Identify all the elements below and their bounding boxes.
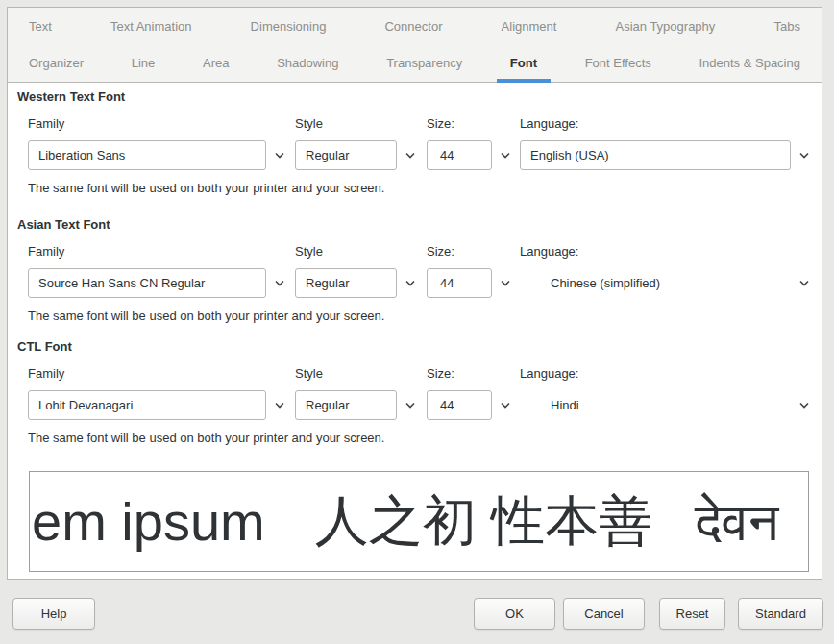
ctl-family-input[interactable] xyxy=(28,390,266,420)
preview-ctl-text: देवन xyxy=(695,490,778,554)
tab-line[interactable]: Line xyxy=(132,56,156,70)
asian-language-select[interactable]: Chinese (simplified) xyxy=(520,268,810,298)
size-label: Size: xyxy=(427,244,523,259)
tab-font-effects[interactable]: Font Effects xyxy=(585,56,651,70)
asian-family-input[interactable] xyxy=(28,268,266,298)
asian-language-value: Chinese (simplified) xyxy=(551,276,791,290)
size-label: Size: xyxy=(427,116,523,131)
asian-style-input[interactable] xyxy=(295,268,397,298)
tab-organizer[interactable]: Organizer xyxy=(29,56,84,70)
chevron-down-icon[interactable] xyxy=(798,152,810,160)
printer-screen-note: The same font will be used on both your … xyxy=(28,309,384,323)
ok-button[interactable]: OK xyxy=(474,598,555,630)
printer-screen-note: The same font will be used on both your … xyxy=(28,431,384,445)
family-label: Family xyxy=(28,366,287,381)
tab-font[interactable]: Font xyxy=(510,56,537,70)
tab-dimensioning[interactable]: Dimensioning xyxy=(251,19,327,34)
tab-row-1: Text Text Animation Dimensioning Connect… xyxy=(29,8,800,45)
tab-row-2: Organizer Line Area Shadowing Transparen… xyxy=(29,45,800,83)
ctl-style-input[interactable] xyxy=(295,390,397,420)
language-label: Language: xyxy=(520,366,810,381)
language-label: Language: xyxy=(520,244,810,259)
style-label: Style xyxy=(295,244,420,259)
tab-transparency[interactable]: Transparency xyxy=(386,56,462,70)
family-label: Family xyxy=(28,244,287,259)
chevron-down-icon[interactable] xyxy=(405,402,416,409)
tab-header: Text Text Animation Dimensioning Connect… xyxy=(8,8,822,83)
chevron-down-icon[interactable] xyxy=(798,402,810,409)
section-ctl-font: CTL Font Family Style Size: xyxy=(17,339,810,354)
section-heading: Western Text Font xyxy=(17,89,810,104)
style-label: Style xyxy=(295,366,420,381)
preview-asian-text: 人之初 性本善 xyxy=(315,485,653,558)
language-label: Language: xyxy=(520,116,810,131)
chevron-down-icon[interactable] xyxy=(274,402,285,409)
western-size-input[interactable] xyxy=(427,140,492,170)
tab-alignment[interactable]: Alignment xyxy=(502,19,557,34)
preview-western-text: em ipsum xyxy=(32,490,265,553)
font-preview-box: em ipsum 人之初 性本善 देवन xyxy=(29,471,809,572)
family-label: Family xyxy=(28,116,287,131)
chevron-down-icon[interactable] xyxy=(798,280,810,287)
asian-size-input[interactable] xyxy=(427,268,492,298)
tab-area[interactable]: Area xyxy=(203,56,229,70)
tab-asian-typography[interactable]: Asian Typography xyxy=(616,19,716,34)
section-heading: CTL Font xyxy=(17,339,810,354)
section-heading: Asian Text Font xyxy=(17,217,810,232)
printer-screen-note: The same font will be used on both your … xyxy=(28,181,384,195)
character-dialog-notebook: Text Text Animation Dimensioning Connect… xyxy=(7,7,822,580)
tab-shadowing[interactable]: Shadowing xyxy=(277,56,338,70)
standard-button[interactable]: Standard xyxy=(738,598,823,630)
ctl-size-input[interactable] xyxy=(427,390,492,420)
chevron-down-icon[interactable] xyxy=(274,152,285,160)
tab-text-animation[interactable]: Text Animation xyxy=(110,19,192,34)
cancel-button[interactable]: Cancel xyxy=(563,598,645,630)
tab-indents-spacing[interactable]: Indents & Spacing xyxy=(699,56,800,70)
western-style-input[interactable] xyxy=(295,140,397,170)
section-western-text-font: Western Text Font Family Style Size: xyxy=(17,89,810,104)
western-language-input[interactable] xyxy=(520,140,791,170)
chevron-down-icon[interactable] xyxy=(405,280,416,287)
western-family-input[interactable] xyxy=(28,140,266,170)
chevron-down-icon[interactable] xyxy=(405,152,416,160)
ctl-language-value: Hindi xyxy=(551,398,791,412)
chevron-down-icon[interactable] xyxy=(500,402,511,409)
help-button[interactable]: Help xyxy=(12,598,95,630)
ctl-language-select[interactable]: Hindi xyxy=(520,390,810,420)
tab-text[interactable]: Text xyxy=(29,19,52,34)
chevron-down-icon[interactable] xyxy=(500,280,511,287)
tab-tabs[interactable]: Tabs xyxy=(773,19,799,34)
tab-connector[interactable]: Connector xyxy=(384,19,442,34)
chevron-down-icon[interactable] xyxy=(274,280,285,287)
chevron-down-icon[interactable] xyxy=(500,152,511,160)
reset-button[interactable]: Reset xyxy=(659,598,725,630)
style-label: Style xyxy=(295,116,420,131)
size-label: Size: xyxy=(427,366,523,381)
section-asian-text-font: Asian Text Font Family Style Size: xyxy=(17,217,810,232)
